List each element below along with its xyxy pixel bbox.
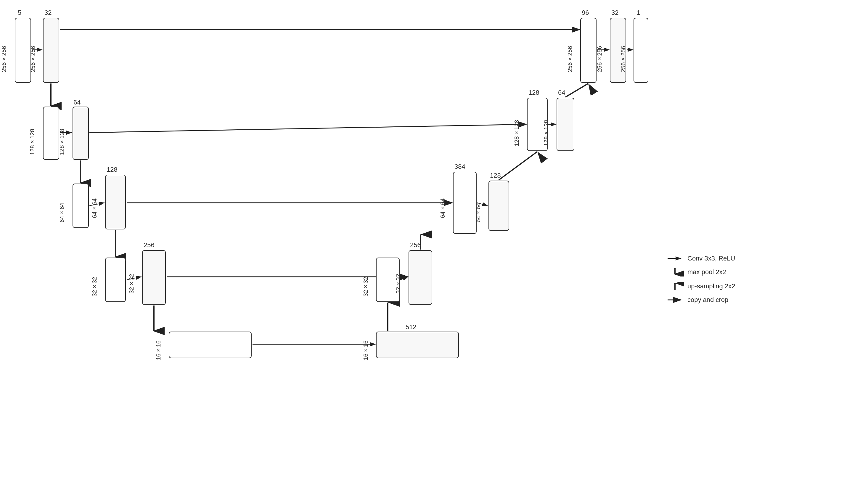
diagram-container: 5 256×256 32 256×256 128×128 64 128×128 … — [0, 0, 868, 500]
label-n10-side: 16×16 — [362, 340, 369, 360]
node-bottleneck-b — [376, 331, 459, 358]
node-enc2a — [43, 106, 59, 160]
svg-line-20 — [89, 124, 526, 133]
label-n13-top: 384 — [454, 163, 465, 171]
label-n4-top: 64 — [73, 99, 81, 106]
label-n15-top: 128 — [528, 89, 539, 96]
node-dec3a — [453, 172, 477, 234]
label-n16-side: 128×128 — [543, 120, 550, 146]
node-enc3a — [72, 183, 89, 228]
svg-line-19 — [499, 151, 537, 180]
svg-line-22 — [566, 83, 588, 97]
node-output — [633, 18, 648, 83]
label-n1-side: 256×256 — [1, 46, 8, 72]
label-n11-side: 32×32 — [362, 277, 369, 297]
node-enc4b — [142, 250, 166, 305]
legend-conv-icon — [666, 255, 684, 261]
node-dec3b — [489, 181, 509, 231]
label-n18-side: 256×256 — [596, 46, 603, 72]
label-n6-top: 128 — [106, 166, 117, 173]
label-n8-side: 32×32 — [128, 274, 135, 294]
legend-copy-icon — [666, 297, 684, 303]
node-dec4b — [409, 250, 432, 305]
legend-upsample-icon — [666, 282, 684, 291]
label-n19-side: 256×256 — [620, 46, 627, 72]
label-n10-top: 512 — [406, 323, 416, 331]
node-bottleneck-a — [169, 331, 252, 358]
legend-conv-text: Conv 3x3, ReLU — [687, 254, 735, 262]
legend-upsample-text: up-sampling 2x2 — [687, 282, 735, 290]
legend-maxpool-icon — [666, 268, 684, 276]
label-n2-side: 256×256 — [30, 46, 36, 72]
legend: Conv 3x3, ReLU max pool 2x2 — [666, 254, 735, 309]
label-n12-side: 32×32 — [395, 274, 402, 294]
label-n15-side: 128×128 — [513, 120, 520, 146]
label-n18-top: 32 — [611, 9, 618, 16]
legend-upsample: up-sampling 2x2 — [666, 282, 735, 291]
label-n5-side: 64×64 — [59, 203, 66, 223]
legend-maxpool-text: max pool 2x2 — [687, 268, 726, 276]
label-n2-top: 32 — [44, 9, 52, 16]
node-dec1a — [580, 18, 596, 83]
label-n17-top: 96 — [582, 9, 589, 16]
label-n13-side: 64×64 — [439, 198, 446, 218]
label-n9-side: 16×16 — [155, 340, 162, 360]
label-n4-side: 128×128 — [59, 129, 66, 155]
label-n14-side: 64×64 — [475, 203, 482, 223]
label-n19-top: 1 — [637, 9, 640, 16]
label-n1-top: 5 — [18, 9, 21, 16]
legend-copy-text: copy and crop — [687, 296, 728, 304]
node-enc3b — [105, 175, 126, 229]
label-n7-side: 32×32 — [91, 277, 98, 297]
legend-copy: copy and crop — [666, 296, 735, 304]
node-enc2b — [72, 106, 89, 160]
label-n17-side: 256×256 — [567, 46, 573, 72]
label-n12-top: 256 — [410, 241, 421, 249]
label-n8-top: 256 — [144, 241, 155, 249]
node-dec2b — [557, 98, 574, 151]
legend-conv: Conv 3x3, ReLU — [666, 254, 735, 262]
legend-maxpool: max pool 2x2 — [666, 268, 735, 276]
node-enc1 — [43, 18, 59, 83]
label-n6-side: 64×64 — [91, 198, 98, 218]
label-n16-top: 64 — [558, 89, 565, 96]
node-enc4a — [105, 258, 126, 302]
arrows-svg — [0, 0, 868, 500]
node-input — [15, 18, 31, 83]
label-n14-top: 128 — [490, 172, 501, 179]
label-n3-side: 128×128 — [29, 129, 36, 155]
